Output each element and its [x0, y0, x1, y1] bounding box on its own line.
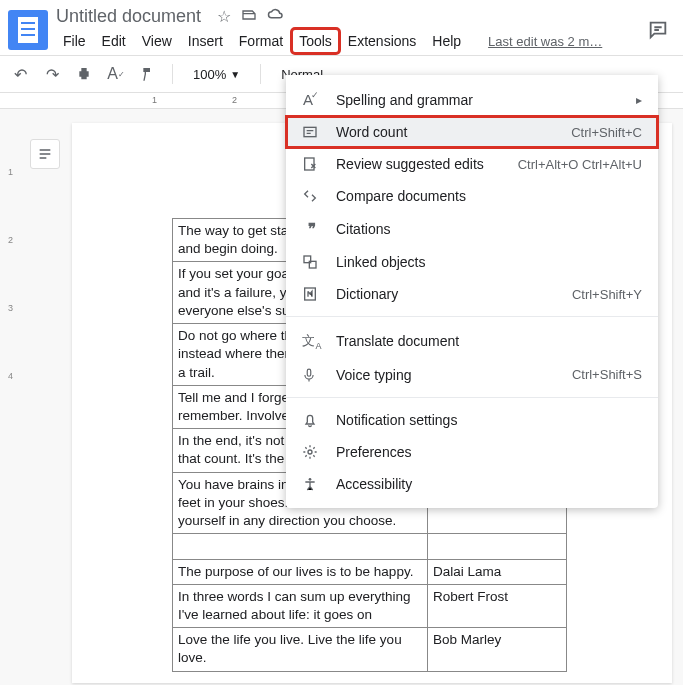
svg-rect-1: [305, 158, 314, 170]
mic-icon: [302, 367, 322, 383]
docs-logo[interactable]: [8, 10, 48, 50]
tr-icon: 文A: [302, 331, 322, 351]
menu-format[interactable]: Format: [232, 29, 290, 53]
menu-file[interactable]: File: [56, 29, 93, 53]
menu-dictionary[interactable]: DictionaryCtrl+Shift+Y: [286, 278, 658, 310]
cmp-icon: [302, 188, 322, 204]
tools-dropdown: A✓Spelling and grammar▸Word countCtrl+Sh…: [286, 75, 658, 508]
menu-accessibility[interactable]: Accessibility: [286, 468, 658, 500]
menu-view[interactable]: View: [135, 29, 179, 53]
svg-rect-5: [307, 369, 311, 376]
bell-icon: [302, 412, 322, 428]
A-icon: A✓: [302, 91, 322, 108]
rev-icon: [302, 156, 322, 172]
document-title[interactable]: Untitled document: [56, 6, 201, 27]
svg-point-7: [309, 478, 312, 481]
undo-icon[interactable]: ↶: [8, 62, 32, 86]
menu-review-suggested-edits[interactable]: Review suggested editsCtrl+Alt+O Ctrl+Al…: [286, 148, 658, 180]
menu-notification-settings[interactable]: Notification settings: [286, 404, 658, 436]
last-edit-link[interactable]: Last edit was 2 m…: [488, 34, 602, 49]
dict-icon: [302, 286, 322, 302]
chevron-right-icon: ▸: [636, 93, 642, 107]
vertical-ruler[interactable]: 1234: [8, 109, 22, 683]
cit-icon: ❞: [302, 220, 322, 238]
comments-icon[interactable]: [641, 13, 675, 47]
table-row[interactable]: The purpose of our lives is to be happy.…: [173, 559, 567, 584]
menu-compare-documents[interactable]: Compare documents: [286, 180, 658, 212]
menu-word-count[interactable]: Word countCtrl+Shift+C: [286, 116, 658, 148]
menu-voice-typing[interactable]: Voice typingCtrl+Shift+S: [286, 359, 658, 391]
menu-edit[interactable]: Edit: [95, 29, 133, 53]
spellcheck-icon[interactable]: A✓: [104, 62, 128, 86]
menu-extensions[interactable]: Extensions: [341, 29, 423, 53]
menu-linked-objects[interactable]: Linked objects: [286, 246, 658, 278]
print-icon[interactable]: [72, 62, 96, 86]
gear-icon: [302, 444, 322, 460]
star-icon[interactable]: ☆: [217, 7, 231, 26]
svg-rect-0: [304, 127, 316, 136]
menu-tools[interactable]: Tools: [292, 29, 339, 53]
outline-toggle[interactable]: [30, 139, 60, 169]
menu-citations[interactable]: ❞Citations: [286, 212, 658, 246]
table-row[interactable]: In three words I can sum up everything I…: [173, 584, 567, 627]
menu-preferences[interactable]: Preferences: [286, 436, 658, 468]
paint-format-icon[interactable]: [136, 62, 160, 86]
link-icon: [302, 254, 322, 270]
menu-help[interactable]: Help: [425, 29, 468, 53]
wc-icon: [302, 124, 322, 140]
acc-icon: [302, 476, 322, 492]
svg-point-6: [308, 450, 312, 454]
zoom-select[interactable]: 100% ▼: [185, 63, 248, 86]
redo-icon[interactable]: ↷: [40, 62, 64, 86]
table-row[interactable]: Love the life you live. Live the life yo…: [173, 628, 567, 671]
move-icon[interactable]: [241, 7, 257, 26]
menu-translate-document[interactable]: 文ATranslate document: [286, 323, 658, 359]
menu-spelling-and-grammar[interactable]: A✓Spelling and grammar▸: [286, 83, 658, 116]
table-row[interactable]: [173, 534, 567, 559]
cloud-icon[interactable]: [267, 7, 285, 26]
menu-insert[interactable]: Insert: [181, 29, 230, 53]
